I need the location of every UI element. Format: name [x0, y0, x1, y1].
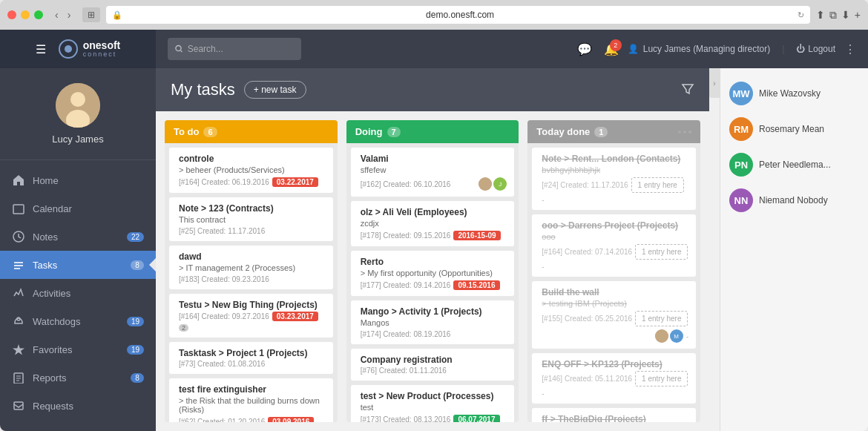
- table-row[interactable]: Note > 123 (Contracts) This contract [#2…: [169, 197, 333, 241]
- search-input[interactable]: [188, 44, 294, 54]
- activities-icon: [12, 286, 25, 300]
- new-tab-button[interactable]: +: [855, 9, 861, 22]
- back-button[interactable]: ‹: [52, 7, 62, 22]
- table-row[interactable]: ENQ OFF > KP123 (Projects) [#146] Create…: [532, 353, 696, 404]
- column-todo: To do 6 controle > beheer (Products/Serv…: [165, 120, 338, 422]
- table-row[interactable]: Tasktask > Project 1 (Projects) [#73] Cr…: [169, 342, 333, 374]
- list-item[interactable]: NN Niemand Nobody: [720, 182, 868, 218]
- sidebar-item-home[interactable]: Home: [0, 166, 156, 194]
- sidebar-nav: Home Calendar Notes 22: [0, 160, 156, 431]
- entry-placeholder-button[interactable]: 1 entry here: [635, 371, 688, 386]
- logout-icon: ⏻: [796, 44, 805, 54]
- table-row[interactable]: Valami sffefew [#162] Created: 06.10.201…: [351, 148, 515, 197]
- table-row[interactable]: Testu > New Big Thing (Projects) [#164] …: [169, 294, 333, 338]
- table-row[interactable]: test > New Product (Processes) test [#17…: [351, 385, 515, 422]
- tasks-badge: 8: [131, 260, 144, 270]
- online-avatar: MW: [729, 82, 753, 105]
- task-title: Note > Rent... London (Contacts): [542, 154, 688, 164]
- sidebar: ☰ onesoft connect: [0, 30, 156, 431]
- sidebar-item-activities[interactable]: Activities: [0, 279, 156, 307]
- entry-placeholder-button[interactable]: 1 entry here: [635, 311, 688, 326]
- online-user-name: Mike Wazovsky: [759, 88, 821, 99]
- maximize-dot[interactable]: [34, 10, 43, 19]
- entry-placeholder-button[interactable]: 1 entry here: [635, 244, 688, 260]
- table-row[interactable]: olz > Ali Veli (Employees) zcdjx [#178] …: [351, 201, 515, 246]
- task-subtitle: bvbhgvjhbhbjhjk: [542, 165, 688, 174]
- task-meta: [#76] Created: 01.11.2016: [361, 366, 507, 375]
- topbar-more-button[interactable]: ⋮: [844, 42, 856, 56]
- filter-button[interactable]: [681, 82, 694, 99]
- sidebar-item-watchdogs[interactable]: Watchdogs 19: [0, 307, 156, 335]
- table-row[interactable]: controle > beheer (Products/Services) [#…: [169, 148, 333, 193]
- sidebar-item-reports[interactable]: Reports 8: [0, 363, 156, 392]
- search-icon: [175, 45, 183, 53]
- table-row[interactable]: test fire extinguisher > the Risk that t…: [169, 378, 333, 422]
- sidebar-item-label-reports: Reports: [33, 372, 123, 384]
- notifications-button[interactable]: 🔔 2: [604, 42, 619, 56]
- table-row[interactable]: ff > TheBigDig (Projects) efe [#180] Cre…: [532, 408, 696, 422]
- online-users-list: MW Mike Wazovsky RM Rosemary Mean PN Pet…: [720, 76, 868, 218]
- task-subtitle: ooo: [542, 232, 688, 241]
- entry-placeholder-button[interactable]: 1 entry here: [631, 177, 684, 193]
- download-button[interactable]: ⬇: [841, 9, 850, 22]
- table-row[interactable]: Note > Rent... London (Contacts) bvbhgvj…: [532, 148, 696, 210]
- svg-rect-5: [13, 205, 24, 214]
- home-icon: [12, 174, 25, 187]
- table-row[interactable]: Build the wall > testing IBM (Projects) …: [532, 281, 696, 349]
- task-subtitle: This contract: [179, 215, 326, 224]
- task-meta: [#164] Created: 06.19.2016 03.22.2017: [179, 177, 326, 187]
- sidebar-item-notes[interactable]: Notes 22: [0, 223, 156, 251]
- table-row[interactable]: Rerto > My first opportunity (Opportunit…: [351, 251, 515, 296]
- column-more-menu[interactable]: [678, 131, 691, 134]
- table-row[interactable]: Mango > Activity 1 (Projects) Mangos [#1…: [351, 300, 515, 344]
- address-bar[interactable]: 🔒 ↻: [106, 6, 809, 24]
- sidebar-item-label-watchdogs: Watchdogs: [33, 316, 119, 327]
- logout-button[interactable]: ⏻ Logout: [796, 44, 835, 54]
- url-input[interactable]: [125, 10, 794, 20]
- requests-icon: [12, 399, 25, 412]
- task-title: dawd: [179, 251, 326, 262]
- calendar-icon: [12, 202, 25, 215]
- forward-button[interactable]: ›: [65, 7, 74, 22]
- page-title: My tasks: [171, 80, 235, 99]
- task-subtitle: > My first opportunity (Opportunities): [361, 269, 507, 277]
- list-item[interactable]: PN Peter Needlema...: [720, 147, 868, 182]
- task-title: Company registration: [361, 355, 507, 365]
- chat-icon[interactable]: 💬: [574, 39, 595, 59]
- close-dot[interactable]: [7, 10, 16, 19]
- tab-view-button[interactable]: ⊞: [82, 7, 100, 22]
- mini-avatar: [479, 177, 492, 191]
- sidebar-item-tasks[interactable]: Tasks 8: [0, 251, 156, 279]
- notification-badge: 2: [610, 39, 622, 51]
- task-title: Build the wall: [542, 287, 688, 297]
- sidebar-profile: Lucy James: [0, 68, 156, 160]
- new-task-button[interactable]: + new task: [244, 81, 306, 99]
- task-date-badge: 2016-15-09: [453, 231, 500, 240]
- minimize-dot[interactable]: [21, 10, 30, 19]
- sidebar-item-favorites[interactable]: Favorites 19: [0, 335, 156, 363]
- reports-icon: [12, 371, 25, 384]
- share-button[interactable]: ⬆: [816, 9, 825, 22]
- hamburger-button[interactable]: ☰: [36, 42, 46, 56]
- user-info[interactable]: 👤 Lucy James (Managing director): [628, 44, 770, 54]
- kanban-board: To do 6 controle > beheer (Products/Serv…: [156, 111, 709, 431]
- list-item[interactable]: RM Rosemary Mean: [720, 111, 868, 147]
- column-todo-body: controle > beheer (Products/Services) [#…: [165, 143, 338, 422]
- page-content: My tasks + new task: [156, 68, 868, 431]
- task-title: olz > Ali Veli (Employees): [361, 207, 507, 217]
- task-meta: [#62] Created: 01.20.2016 03.09.2016 2: [179, 417, 326, 422]
- list-item[interactable]: MW Mike Wazovsky: [720, 76, 868, 111]
- sidebar-item-requests[interactable]: Requests: [0, 392, 156, 420]
- favorites-badge: 19: [127, 345, 144, 355]
- task-title: Note > 123 (Contracts): [179, 203, 326, 214]
- task-meta: [#164] Created: 07.14.2016 1 entry here …: [542, 244, 688, 271]
- table-row[interactable]: Company registration [#76] Created: 01.1…: [351, 349, 515, 381]
- duplicate-button[interactable]: ⧉: [829, 9, 837, 22]
- search-box[interactable]: [168, 38, 301, 60]
- column-doing-header: Doing 7: [346, 120, 519, 143]
- panel-toggle-button[interactable]: ›: [709, 68, 720, 98]
- table-row[interactable]: dawd > IT management 2 (Processes) [#183…: [169, 246, 333, 289]
- table-row[interactable]: ooo > Darrens Project (Projects) ooo [#1…: [532, 214, 696, 277]
- logo-text: onesoft connect: [83, 40, 121, 58]
- sidebar-item-calendar[interactable]: Calendar: [0, 194, 156, 223]
